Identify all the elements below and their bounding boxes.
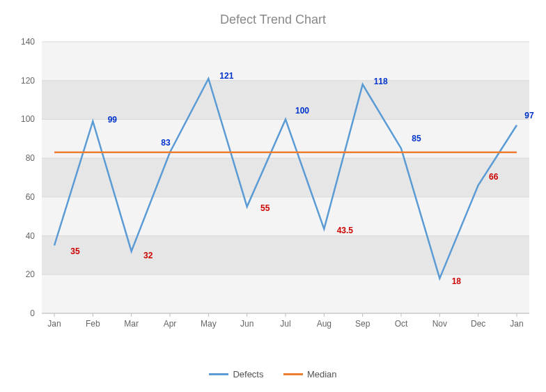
data-label: 55 (260, 203, 270, 213)
data-label: 99 (108, 115, 117, 125)
grid-band (42, 81, 529, 120)
x-tick-label: May (201, 319, 217, 329)
chart-container: Defect Trend Chart 020406080100120140 35… (0, 0, 546, 392)
data-label: 83 (161, 138, 170, 148)
x-tick-label: Jul (280, 319, 290, 329)
y-tick-label: 100 (21, 114, 35, 124)
x-tick-label: Jun (240, 319, 254, 329)
data-label: 97 (524, 111, 533, 120)
plot-svg (42, 42, 529, 313)
data-label: 118 (374, 77, 388, 86)
legend: Defects Median (0, 366, 546, 379)
y-tick-label: 40 (26, 231, 35, 241)
y-tick-label: 120 (21, 76, 35, 86)
legend-item-defects: Defects (209, 369, 263, 379)
x-tick-label: Feb (86, 319, 100, 329)
legend-item-median: Median (283, 369, 337, 379)
y-axis: 020406080100120140 (0, 42, 42, 313)
x-tick-label: Jan (47, 319, 61, 329)
y-tick-label: 80 (26, 153, 35, 163)
x-tick-label: Mar (124, 319, 139, 329)
x-tick-label: Nov (432, 319, 447, 329)
x-tick-label: Jan (510, 319, 523, 329)
y-tick-label: 140 (21, 37, 35, 47)
y-tick-label: 20 (26, 269, 35, 279)
data-label: 85 (412, 134, 421, 143)
data-label: 18 (452, 276, 461, 286)
data-label: 100 (295, 106, 309, 116)
x-axis: JanFebMarAprMayJunJulAugSepOctNovDecJan (42, 313, 529, 334)
legend-swatch-defects (209, 373, 228, 375)
data-label: 121 (219, 71, 233, 81)
data-label: 35 (70, 246, 79, 256)
x-tick-label: Oct (395, 319, 408, 329)
chart-title: Defect Trend Chart (0, 0, 546, 27)
legend-swatch-median (283, 373, 303, 375)
x-tick-label: Aug (317, 319, 332, 329)
data-label: 66 (489, 172, 498, 182)
grid-band (42, 197, 529, 236)
x-tick-label: Dec (471, 319, 485, 329)
data-label: 32 (143, 251, 153, 260)
y-tick-label: 0 (30, 308, 35, 318)
x-tick-label: Apr (164, 319, 177, 329)
y-tick-label: 60 (26, 192, 35, 202)
grid-band (42, 42, 529, 81)
grid-band (42, 236, 529, 275)
plot-area: 359932831215510043.511885186697 (42, 42, 529, 313)
data-label: 43.5 (337, 226, 353, 235)
legend-label-defects: Defects (233, 369, 263, 379)
legend-label-median: Median (307, 369, 337, 379)
x-tick-label: Sep (355, 319, 370, 329)
grid-band (42, 158, 529, 197)
